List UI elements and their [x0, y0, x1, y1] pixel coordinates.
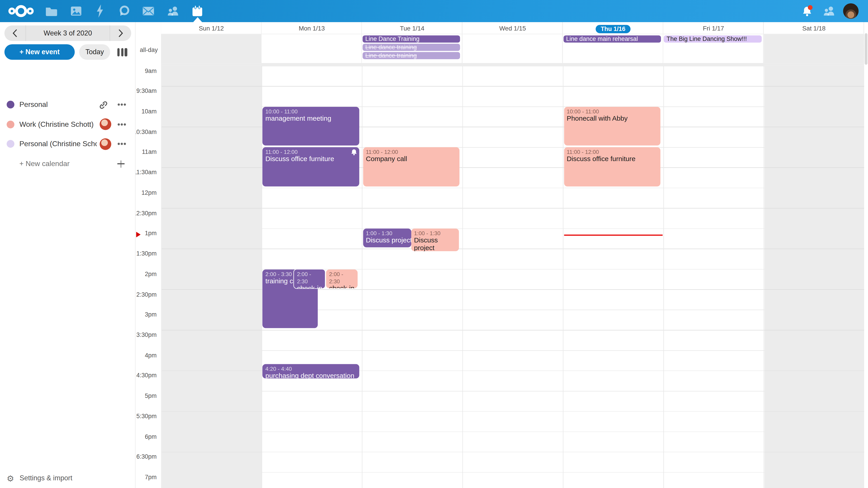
calendar-label: Personal (Christine Scho…	[20, 135, 97, 152]
contacts-menu-icon[interactable]	[817, 0, 840, 22]
calendar-label: Personal	[20, 96, 48, 113]
day-column-thu[interactable]: 10:00 - 11:00 Phonecall with Abby 11:00 …	[563, 66, 664, 488]
new-calendar-label: + New calendar	[20, 156, 70, 172]
next-week-button[interactable]	[110, 26, 131, 41]
current-time-line	[564, 234, 663, 236]
event[interactable]: 11:00 - 12:00 Discuss office furniture	[564, 147, 660, 186]
settings-and-import[interactable]: ⚙ Settings & import	[6, 470, 72, 486]
calendar-actions-menu[interactable]	[116, 96, 127, 113]
day-header-row: Sun 1/12 Mon 1/13 Tue 1/14 Wed 1/15 Thu …	[161, 22, 864, 34]
day-header-thu-today: Thu 1/16	[563, 22, 663, 34]
day-header-fri: Fri 1/17	[663, 22, 764, 34]
activity-app-icon[interactable]	[89, 0, 111, 22]
day-column-mon[interactable]: 10:00 - 11:00 management meeting 11:00 -…	[262, 66, 362, 488]
event[interactable]: 11:00 - 12:00 Discuss office furniture	[263, 147, 359, 186]
settings-label: Settings & import	[20, 474, 72, 482]
event[interactable]: 10:00 - 11:00 Phonecall with Abby	[564, 107, 660, 145]
reminder-bell-icon	[351, 149, 357, 156]
allday-event[interactable]: The Big Line Dancing Show!!!	[664, 35, 762, 43]
calendar-color-dot	[6, 121, 14, 128]
day-header-wed: Wed 1/15	[463, 22, 563, 34]
chevron-left-icon	[12, 29, 18, 37]
sidebar-item-calendar-personal[interactable]: Personal	[0, 96, 135, 113]
weekend-shade-saturday	[764, 66, 865, 488]
allday-event[interactable]: Line Dance Training	[363, 35, 460, 43]
event[interactable]: 2:00 - 2:30 check-in	[293, 269, 326, 289]
all-day-label: all-day	[135, 34, 158, 66]
talk-app-icon[interactable]	[113, 0, 135, 22]
share-link-icon[interactable]	[98, 96, 108, 113]
new-calendar-button[interactable]: + New calendar	[0, 156, 135, 172]
contacts-app-icon[interactable]	[162, 0, 184, 22]
notification-badge	[808, 5, 813, 10]
weekend-shade-saturday	[764, 34, 864, 63]
nextcloud-calendar-app: Week 3 of 2020 + New event Today Persona…	[0, 0, 868, 488]
calendar-label: Work (Christine Schott)	[20, 116, 94, 132]
day-header-sat: Sat 1/18	[764, 22, 864, 34]
all-day-row: Line Dance Training Line dance training …	[161, 34, 864, 66]
time-gutter: 9am 9:30am 10am 10:30am 11am 11:30am 12p…	[135, 66, 161, 488]
event[interactable]: 11:00 - 12:00 Company call	[363, 147, 460, 186]
allday-event-cancelled[interactable]: Line dance training	[363, 52, 460, 59]
new-event-button[interactable]: + New event	[4, 44, 75, 60]
allday-event[interactable]: Line dance main rehearsal	[563, 35, 661, 43]
event[interactable]: 4:20 - 4:40 purchasing dept conversation	[263, 364, 359, 379]
day-header-tue: Tue 1/14	[362, 22, 462, 34]
day-header-mon: Mon 1/13	[261, 22, 362, 34]
sidebar: Week 3 of 2020 + New event Today Persona…	[0, 22, 135, 488]
files-app-icon[interactable]	[40, 0, 63, 22]
chevron-right-icon	[118, 29, 123, 37]
event[interactable]: 2:00 - 2:30 check-in	[326, 269, 358, 288]
allday-event-cancelled[interactable]: Line dance training	[363, 43, 460, 51]
owner-avatar	[100, 116, 111, 132]
today-pill: Thu 1/16	[596, 25, 630, 33]
day-header-sun: Sun 1/12	[161, 22, 261, 34]
event[interactable]: 10:00 - 11:00 management meeting	[263, 107, 359, 145]
weekend-shade-sunday	[161, 34, 261, 63]
sidebar-item-calendar-personal-christine[interactable]: Personal (Christine Scho…	[0, 135, 135, 152]
scrollbar-track	[864, 22, 868, 488]
notifications-bell-icon[interactable]	[796, 0, 818, 22]
owner-avatar	[100, 135, 111, 152]
mail-app-icon[interactable]	[137, 0, 159, 22]
today-button[interactable]: Today	[79, 44, 110, 60]
day-column-tue[interactable]: 11:00 - 12:00 Company call 1:00 - 1:30 D…	[363, 66, 463, 488]
nextcloud-logo-icon	[8, 3, 34, 19]
calendar-actions-menu[interactable]	[116, 116, 127, 132]
three-dots-icon	[121, 143, 123, 145]
calendar-color-dot	[6, 140, 14, 148]
active-app-caret	[193, 17, 202, 22]
photos-app-icon[interactable]	[65, 0, 87, 22]
sidebar-item-calendar-work-christine[interactable]: Work (Christine Schott)	[0, 116, 135, 132]
scrollbar-thumb[interactable]	[865, 33, 867, 65]
event[interactable]: 1:00 - 1:30 Discuss project announcement	[363, 229, 411, 248]
weekend-shade-sunday	[162, 66, 262, 488]
top-bar	[0, 0, 868, 22]
three-dots-icon	[121, 103, 123, 106]
user-avatar[interactable]	[843, 3, 859, 19]
three-dots-icon	[121, 123, 123, 125]
calendar-actions-menu[interactable]	[116, 135, 127, 152]
week-navigation: Week 3 of 2020	[4, 26, 131, 41]
event[interactable]: 1:00 - 1:30 Discuss project announcement	[411, 229, 459, 251]
gear-icon: ⚙	[6, 474, 14, 482]
current-time-arrow-icon	[136, 232, 141, 237]
calendar-week-view: Sun 1/12 Mon 1/13 Tue 1/14 Wed 1/15 Thu …	[135, 22, 868, 488]
view-switcher-icon[interactable]	[117, 48, 129, 57]
plus-icon	[117, 160, 125, 167]
week-grid: 10:00 - 11:00 management meeting 11:00 -…	[161, 66, 864, 488]
calendar-color-dot	[6, 101, 14, 108]
week-label: Week 3 of 2020	[26, 26, 110, 41]
previous-week-button[interactable]	[4, 26, 26, 41]
nextcloud-logo[interactable]	[5, 0, 36, 22]
